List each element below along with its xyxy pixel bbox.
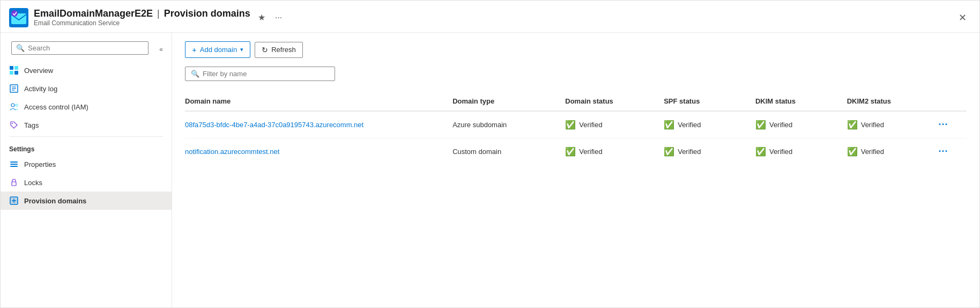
cell-row-actions: ···: [938, 111, 967, 138]
svg-rect-4: [14, 66, 18, 70]
toolbar: + Add domain ▾ ↻ Refresh: [185, 41, 967, 58]
cell-dkim-status: ✅Verified: [755, 111, 847, 138]
cell-row-actions: ···: [938, 138, 967, 165]
svg-rect-5: [10, 71, 13, 75]
status-verified: ✅Verified: [755, 120, 841, 130]
search-input[interactable]: [28, 44, 144, 52]
sidebar-item-label-properties: Properties: [24, 160, 56, 168]
table-header-row: Domain name Domain type Domain status SP…: [185, 92, 967, 111]
domains-table: Domain name Domain type Domain status SP…: [185, 92, 967, 165]
title-separator: |: [157, 8, 160, 19]
more-options-button[interactable]: ···: [273, 11, 284, 25]
verified-icon: ✅: [664, 146, 674, 157]
row-more-actions-button[interactable]: ···: [938, 119, 948, 130]
tags-icon: [9, 120, 19, 130]
status-verified: ✅Verified: [565, 146, 657, 157]
sidebar-item-label-activity-log: Activity log: [24, 85, 57, 93]
sidebar-item-label-overview: Overview: [24, 67, 53, 75]
svg-rect-15: [10, 164, 18, 165]
resource-subtitle: Email Communication Service: [34, 19, 250, 27]
status-verified: ✅Verified: [847, 120, 932, 130]
sidebar-item-label-locks: Locks: [24, 179, 42, 187]
sidebar-item-provision-domains[interactable]: Provision domains: [1, 192, 172, 210]
app-header: EmailDomainManagerE2E | Provision domain…: [1, 1, 979, 33]
svg-rect-16: [10, 166, 18, 167]
table-row: 08fa75d3-bfdc-4be7-a4ad-37c0a9195743.azu…: [185, 111, 967, 138]
refresh-label: Refresh: [271, 46, 296, 54]
resource-name: EmailDomainManagerE2E: [34, 8, 153, 19]
sidebar-divider: [9, 136, 163, 137]
sidebar-collapse-button[interactable]: «: [155, 46, 167, 53]
status-verified: ✅Verified: [664, 146, 749, 157]
verified-icon: ✅: [565, 146, 576, 157]
add-domain-label: Add domain: [200, 46, 237, 54]
add-icon: +: [192, 45, 197, 54]
col-header-actions: [938, 92, 967, 111]
cell-domain-name: 08fa75d3-bfdc-4be7-a4ad-37c0a9195743.azu…: [185, 111, 452, 138]
col-header-domain-type: Domain type: [452, 92, 565, 111]
refresh-icon: ↻: [262, 46, 268, 54]
status-verified: ✅Verified: [755, 146, 841, 157]
status-verified: ✅Verified: [664, 120, 749, 130]
sidebar-item-overview[interactable]: Overview: [1, 61, 172, 79]
sidebar-item-activity-log[interactable]: Activity log: [1, 79, 172, 98]
sidebar: 🔍 « Overview Activity log: [1, 33, 172, 307]
cell-spf-status: ✅Verified: [664, 111, 755, 138]
domain-name-link[interactable]: 08fa75d3-bfdc-4be7-a4ad-37c0a9195743.azu…: [185, 121, 363, 129]
add-domain-dropdown-icon: ▾: [240, 46, 243, 53]
cell-dkim2-status: ✅Verified: [847, 138, 939, 165]
sidebar-item-label-tags: Tags: [24, 121, 39, 129]
verified-icon: ✅: [565, 120, 576, 130]
search-icon: 🔍: [16, 44, 25, 52]
add-domain-button[interactable]: + Add domain ▾: [185, 41, 250, 58]
svg-rect-17: [12, 182, 16, 186]
cell-domain-type: Azure subdomain: [452, 111, 565, 138]
col-header-dkim2-status: DKIM2 status: [847, 92, 939, 111]
svg-rect-14: [10, 162, 18, 163]
verified-icon: ✅: [847, 120, 858, 130]
cell-domain-type: Custom domain: [452, 138, 565, 165]
col-header-spf-status: SPF status: [664, 92, 755, 111]
svg-point-13: [12, 123, 13, 124]
app-icon: [9, 8, 28, 27]
svg-point-12: [16, 104, 18, 106]
cell-domain-name: notification.azurecommtest.net: [185, 138, 452, 165]
verified-icon: ✅: [755, 120, 766, 130]
filter-input[interactable]: [203, 70, 329, 78]
overview-icon: [9, 65, 19, 75]
page-heading: EmailDomainManagerE2E | Provision domain…: [34, 8, 250, 19]
settings-section-label: Settings: [1, 139, 172, 155]
cell-domain-status: ✅Verified: [565, 138, 664, 165]
verified-icon: ✅: [755, 146, 766, 157]
sidebar-item-iam[interactable]: Access control (IAM): [1, 98, 172, 116]
cell-domain-status: ✅Verified: [565, 111, 664, 138]
row-more-actions-button[interactable]: ···: [938, 146, 948, 157]
iam-icon: [9, 102, 19, 112]
cell-spf-status: ✅Verified: [664, 138, 755, 165]
sidebar-item-label-iam: Access control (IAM): [24, 103, 88, 111]
svg-point-2: [11, 10, 18, 17]
col-header-domain-name: Domain name: [185, 92, 452, 111]
sidebar-search-container: 🔍: [11, 41, 149, 55]
verified-icon: ✅: [664, 120, 674, 130]
favorite-button[interactable]: ★: [256, 10, 268, 25]
sidebar-item-tags[interactable]: Tags: [1, 116, 172, 134]
sidebar-item-properties[interactable]: Properties: [1, 155, 172, 173]
locks-icon: [9, 178, 19, 187]
close-button[interactable]: ✕: [956, 10, 969, 26]
status-verified: ✅Verified: [847, 146, 932, 157]
sidebar-item-locks[interactable]: Locks: [1, 173, 172, 192]
cell-dkim-status: ✅Verified: [755, 138, 847, 165]
col-header-dkim-status: DKIM status: [755, 92, 847, 111]
table-row: notification.azurecommtest.net Custom do…: [185, 138, 967, 165]
refresh-button[interactable]: ↻ Refresh: [255, 42, 303, 58]
sidebar-item-label-provision-domains: Provision domains: [24, 197, 86, 205]
filter-search-icon: 🔍: [191, 70, 199, 78]
svg-rect-3: [10, 66, 13, 70]
domain-name-link[interactable]: notification.azurecommtest.net: [185, 148, 279, 156]
properties-icon: [9, 159, 19, 169]
provision-domains-icon: [9, 196, 19, 206]
filter-input-container: 🔍: [185, 67, 335, 81]
svg-rect-6: [14, 71, 18, 75]
filter-bar: 🔍: [185, 67, 967, 81]
